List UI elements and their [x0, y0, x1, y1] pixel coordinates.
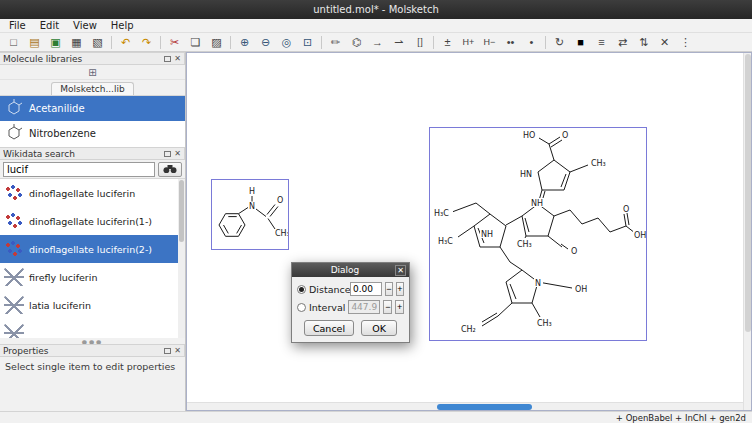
properties-hint: Select single item to edit properties: [0, 357, 185, 376]
canvas-vertical-scrollbar[interactable]: [743, 53, 751, 410]
interval-decrement-button[interactable]: −: [383, 300, 392, 314]
open-library-button[interactable]: ⊞: [82, 67, 102, 78]
separator[interactable]: [227, 34, 234, 51]
icon-glyph: ✂: [170, 36, 179, 49]
redo[interactable]: ↷: [136, 34, 157, 51]
save[interactable]: ▣: [45, 34, 66, 51]
bracket-tool[interactable]: [ ]: [409, 34, 430, 51]
close-panel-icon[interactable]: ✕: [174, 150, 181, 158]
copy[interactable]: ❏: [185, 34, 206, 51]
reaction-arrow-tool[interactable]: →: [367, 34, 388, 51]
radical-tool[interactable]: •: [521, 34, 542, 51]
line-width[interactable]: ≡: [591, 34, 612, 51]
open-file[interactable]: ▤: [24, 34, 45, 51]
zoom-in[interactable]: ⊕: [234, 34, 255, 51]
distance-radio[interactable]: [297, 285, 306, 294]
float-panel-icon[interactable]: [164, 348, 171, 354]
hydrogen-add-tool[interactable]: H+: [458, 34, 479, 51]
scrollbar-thumb[interactable]: [179, 180, 184, 242]
undo[interactable]: ↶: [115, 34, 136, 51]
panel-title: Properties: [3, 346, 164, 356]
library-item-label: Nitrobenzene: [29, 128, 96, 139]
wikidata-result-item[interactable]: dinoflagellate luciferin: [0, 179, 185, 207]
acetanilide-molecule[interactable]: H N O CH₃: [212, 180, 288, 249]
delete-tool[interactable]: ✕: [654, 34, 675, 51]
dialog-titlebar[interactable]: Dialog ✕: [292, 263, 409, 277]
atom-label: O: [562, 131, 568, 140]
drawing-canvas[interactable]: H N O CH₃: [186, 52, 752, 411]
wikidata-result-item[interactable]: dinoflagellate luciferin(1-): [0, 207, 185, 235]
zoom-original[interactable]: ◎: [276, 34, 297, 51]
new-document[interactable]: □: [3, 34, 24, 51]
icon-glyph: ••: [507, 36, 515, 48]
zoom-fit[interactable]: ⊡: [297, 34, 318, 51]
separator[interactable]: [542, 34, 549, 51]
scrollbar-thumb[interactable]: [437, 404, 532, 410]
distance-increment-button[interactable]: +: [396, 282, 404, 296]
tab-molsketch-lib[interactable]: Molsketch...lib: [51, 82, 133, 95]
interval-radio[interactable]: [297, 303, 306, 312]
library-list: Acetanilide Nitrobenzene: [0, 95, 185, 147]
align-tool[interactable]: ⋮: [675, 34, 696, 51]
atom-label: O: [571, 247, 577, 256]
library-item[interactable]: Nitrobenzene: [0, 121, 185, 146]
scrollbar-thumb[interactable]: [745, 54, 751, 332]
ring-tool[interactable]: ⌬: [346, 34, 367, 51]
wikidata-search-button[interactable]: [158, 162, 182, 177]
flip-vertical[interactable]: ⇅: [633, 34, 654, 51]
ok-button[interactable]: OK: [361, 320, 397, 336]
flip-horizontal[interactable]: ⇄: [612, 34, 633, 51]
statusbar-text: + OpenBabel + InChI + gen2d: [616, 413, 746, 423]
hydrogen-remove-tool[interactable]: H−: [479, 34, 500, 51]
float-panel-icon[interactable]: [164, 56, 171, 62]
lone-pair-tool[interactable]: ••: [500, 34, 521, 51]
menu-item[interactable]: Help: [104, 20, 141, 31]
zoom-out[interactable]: ⊖: [255, 34, 276, 51]
distance-decrement-button[interactable]: −: [385, 282, 393, 296]
atom-label: N: [535, 279, 541, 288]
menu-item[interactable]: Edit: [33, 20, 66, 31]
float-panel-icon[interactable]: [164, 151, 171, 157]
luciferin-molecule[interactable]: HO O CH₃ HN NH NH H₃C H₃C: [430, 128, 646, 340]
menu-item[interactable]: View: [66, 20, 104, 31]
titlebar[interactable]: untitled.mol* - Molsketch: [0, 0, 752, 19]
close-panel-icon[interactable]: ✕: [174, 347, 181, 355]
separator[interactable]: [157, 34, 164, 51]
separator[interactable]: [430, 34, 437, 51]
cancel-button[interactable]: Cancel: [304, 320, 354, 336]
library-item[interactable]: Acetanilide: [0, 96, 185, 121]
close-panel-icon[interactable]: ✕: [174, 55, 181, 63]
icon-glyph: H+: [463, 37, 475, 47]
panel-header-wikidata-search[interactable]: Wikidata search ✕: [0, 147, 185, 160]
wikidata-result-item[interactable]: dinoflagellate luciferin(2-): [0, 235, 185, 263]
molecule-thumbnail: [4, 324, 24, 338]
sidebar: Molecule libraries ✕ ⊞ Molsketch...lib A…: [0, 52, 186, 411]
dialog-close-icon[interactable]: ✕: [395, 265, 406, 276]
export-image[interactable]: ▧: [87, 34, 108, 51]
separator[interactable]: [108, 34, 115, 51]
panel-header-molecule-libraries[interactable]: Molecule libraries ✕: [0, 52, 185, 65]
mechanism-arrow-tool[interactable]: ⇀: [388, 34, 409, 51]
draw-tool[interactable]: ✏: [325, 34, 346, 51]
wikidata-result-item[interactable]: firefly luciferin: [0, 263, 185, 291]
distance-input[interactable]: [350, 282, 382, 296]
canvas-horizontal-scrollbar[interactable]: [187, 402, 743, 410]
paste[interactable]: ▨: [206, 34, 227, 51]
icon-glyph: ▨: [211, 36, 221, 49]
icon-glyph: [ ]: [417, 37, 422, 47]
color-picker[interactable]: ■: [570, 34, 591, 51]
rotate-tool[interactable]: ↻: [549, 34, 570, 51]
wikidata-search-input[interactable]: [3, 162, 155, 177]
cut[interactable]: ✂: [164, 34, 185, 51]
atom-label: NH: [531, 199, 543, 208]
menu-item[interactable]: File: [2, 20, 33, 31]
separator[interactable]: [318, 34, 325, 51]
charge-tool[interactable]: ±: [437, 34, 458, 51]
wikidata-list-scrollbar[interactable]: [178, 179, 185, 338]
binoculars-icon: [163, 164, 177, 174]
interval-increment-button[interactable]: +: [395, 300, 404, 314]
wikidata-result-item[interactable]: [0, 319, 185, 338]
wikidata-result-item[interactable]: latia luciferin: [0, 291, 185, 319]
panel-header-properties[interactable]: Properties ✕: [0, 344, 185, 357]
print[interactable]: ▦: [66, 34, 87, 51]
